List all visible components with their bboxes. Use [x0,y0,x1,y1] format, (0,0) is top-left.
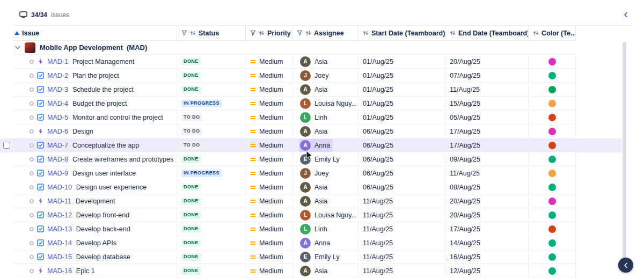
assignee-cell: A Anna [292,236,358,250]
issue-key-link[interactable]: MAD-9 [47,170,68,177]
issue-key-link[interactable]: MAD-12 [47,211,72,219]
table-row[interactable]: MAD-16 Epic 1 DONE Medium A Asia 11/Aug/… [13,264,621,278]
filter-icon[interactable] [297,30,303,36]
issue-key-link[interactable]: MAD-10 [47,184,72,191]
end-date-cell: 17/Aug/25 [445,138,529,152]
assignee-name: Asia [314,128,327,135]
column-header[interactable]: Assignee [292,26,358,40]
table-row[interactable]: MAD-15 Develop database DONE Medium E Em… [13,250,621,264]
priority-cell: Medium [246,264,292,277]
table-row[interactable]: MAD-3 Schedule the project DONE Medium A… [13,83,621,97]
table-row[interactable]: MAD-5 Monitor and control the project TO… [13,111,621,125]
color-dot[interactable] [548,72,556,79]
issue-key-link[interactable]: MAD-2 [47,72,68,79]
filter-icon[interactable] [250,30,256,36]
color-dot[interactable] [548,86,556,93]
issue-cell: MAD-7 Conceptualize the app [13,138,177,152]
color-dot[interactable] [548,100,556,107]
assignee-name: Emily Ly [314,253,340,261]
table-row[interactable]: MAD-2 Plan the project DONE Medium J Joe… [13,69,621,83]
assignee-cell: A Asia [292,55,358,68]
issue-key-link[interactable]: MAD-5 [47,114,68,121]
table-row[interactable]: MAD-8 Create wireframes and prototypes D… [13,152,621,166]
table-row[interactable]: MAD-4 Budget the project IN PROGRESS Med… [13,97,621,111]
chevron-down-icon[interactable] [15,46,20,49]
color-dot[interactable] [548,128,556,135]
issue-key-link[interactable]: MAD-6 [47,128,68,135]
sort-icon[interactable] [533,30,539,36]
issue-summary: Design user interface [72,170,136,177]
color-dot[interactable] [548,225,556,233]
issue-key-link[interactable]: MAD-16 [47,267,72,275]
chevron-left-icon[interactable] [624,12,628,18]
assignee-chip: A Anna [299,237,333,250]
issue-summary: Create wireframes and prototypes [72,156,173,163]
column-header[interactable]: End Date (Teamboard) [445,26,529,40]
table-row[interactable]: MAD-6 Design TO DO Medium A Asia 06/Aug/… [13,125,621,138]
column-header[interactable]: Start Date (Teamboard) [358,26,445,40]
issue-cell: MAD-10 Design user experience [13,180,177,194]
issue-key-link[interactable]: MAD-4 [47,100,68,107]
color-dot[interactable] [548,170,556,177]
priority-medium-icon [250,59,256,64]
table-row[interactable]: MAD-11 Development DONE Medium A Asia 11… [13,194,621,208]
start-date-cell: 11/Aug/25 [358,194,445,208]
color-dot[interactable] [548,142,556,149]
table-row[interactable]: MAD-1 Project Management DONE Medium A A… [13,55,621,69]
issue-key-link[interactable]: MAD-14 [47,239,72,247]
color-dot[interactable] [548,239,556,247]
column-header[interactable]: Issue [13,26,177,40]
issue-summary: Epic 1 [76,267,95,275]
epic-icon [37,58,44,65]
color-dot[interactable] [548,114,556,121]
start-date-cell: 01/Aug/25 [358,83,445,96]
table-row[interactable]: MAD-10 Design user experience DONE Mediu… [13,180,621,194]
color-dot[interactable] [548,58,556,65]
color-dot[interactable] [548,197,556,205]
task-icon [37,170,44,177]
table-row[interactable]: MAD-9 Design user interface IN PROGRESS … [13,166,621,180]
issue-cell: MAD-15 Develop database [13,250,177,264]
issue-key-link[interactable]: MAD-3 [47,86,68,93]
table-row[interactable]: MAD-12 Develop front-end DONE Medium L L… [13,208,621,222]
issue-key-link[interactable]: MAD-1 [47,58,68,65]
table-row[interactable]: MAD-13 Develop back-end DONE Medium L Li… [13,222,621,236]
sort-icon[interactable] [450,30,456,36]
sort-icon[interactable] [305,30,311,36]
assignee-chip: J Joey [299,167,331,180]
issue-key-link[interactable]: MAD-13 [47,225,72,233]
column-header[interactable]: Color (Te... [529,26,576,40]
color-cell [529,180,576,194]
avatar: A [300,140,311,151]
table-row[interactable]: MAD-7 Conceptualize the app TO DO Medium… [13,138,621,152]
avatar: A [300,266,311,276]
issue-cell: MAD-14 Develop APIs [13,236,177,250]
vertical-scrollbar[interactable] [623,42,626,270]
color-dot[interactable] [548,156,556,163]
column-header[interactable]: Status [177,26,246,40]
color-dot[interactable] [548,267,556,275]
color-dot[interactable] [548,211,556,219]
column-header[interactable]: Priority [246,26,292,40]
issue-key-link[interactable]: MAD-15 [47,253,72,261]
issue-key-link[interactable]: MAD-11 [47,197,71,205]
row-checkbox[interactable] [3,142,10,149]
filter-icon[interactable] [181,30,187,36]
group-row[interactable]: Mobile App Development (MAD) [13,41,576,55]
issues-count: 34/34 [31,11,47,19]
issue-key-link[interactable]: MAD-7 [47,142,68,149]
end-date-cell: 08/Aug/25 [445,180,529,194]
issue-key-link[interactable]: MAD-8 [47,156,68,163]
color-dot[interactable] [548,253,556,261]
status-badge: DONE [181,86,201,93]
status-badge: DONE [181,58,201,65]
sort-icon[interactable] [363,30,369,36]
link-handle-icon [30,227,34,231]
color-dot[interactable] [548,184,556,191]
sort-icon[interactable] [259,30,265,36]
sort-icon[interactable] [190,30,196,36]
assignee-cell: A Asia [292,180,358,194]
collapse-panel-button[interactable] [618,258,633,273]
start-date-cell: 06/Aug/25 [358,166,445,180]
table-row[interactable]: MAD-14 Develop APIs DONE Medium A Anna 1… [13,236,621,250]
